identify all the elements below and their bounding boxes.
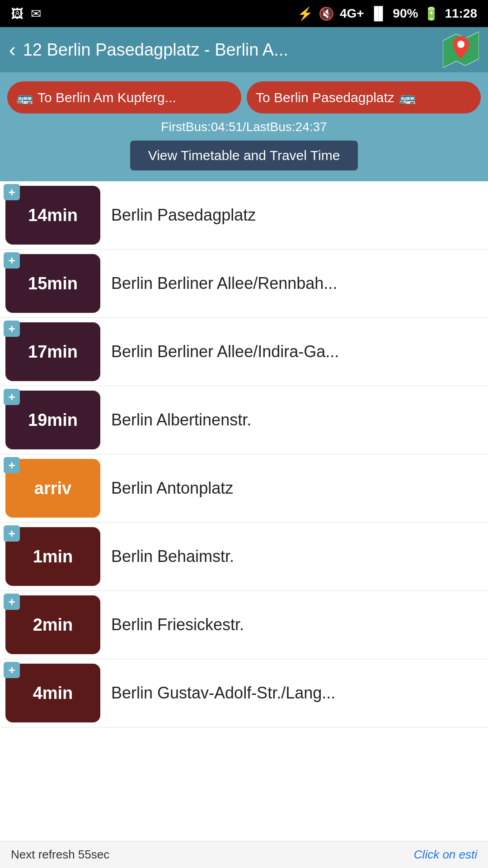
add-button[interactable]: + <box>4 662 20 678</box>
status-bar: 🖼 ✉ ⚡ 🔇 4G+ ▐▌ 90% 🔋 11:28 <box>0 0 488 27</box>
list-item[interactable]: + 2min Berlin Friesickestr. <box>0 591 488 659</box>
photo-icon: 🖼 <box>11 6 23 21</box>
battery-pct: 90% <box>393 6 418 21</box>
battery-icon: 🔋 <box>423 6 439 21</box>
stop-name: Berlin Gustav-Adolf-Str./Lang... <box>111 684 488 703</box>
sub-header: 🚌 To Berlin Am Kupferg... To Berlin Pase… <box>0 72 488 181</box>
list-item[interactable]: + arriv Berlin Antonplatz <box>0 454 488 523</box>
direction-btn-1[interactable]: 🚌 To Berlin Am Kupferg... <box>7 81 241 113</box>
status-bar-right: ⚡ 🔇 4G+ ▐▌ 90% 🔋 11:28 <box>297 6 477 21</box>
click-label[interactable]: Click on esti <box>414 848 477 862</box>
list-item[interactable]: + 17min Berlin Berliner Allee/Indira-Ga.… <box>0 318 488 386</box>
direction-btn-2[interactable]: To Berlin Pasedagplatz 🚌 <box>247 81 481 113</box>
time-badge-wrap: + 4min <box>5 664 100 722</box>
clock: 11:28 <box>445 6 477 21</box>
direction-label-2: To Berlin Pasedagplatz <box>256 90 394 105</box>
add-button[interactable]: + <box>4 252 20 269</box>
network-icon: 4G+ <box>340 6 364 21</box>
bus-icon-1: 🚌 <box>16 90 33 105</box>
time-badge-wrap: + arriv <box>5 459 100 518</box>
time-badge-wrap: + 1min <box>5 527 100 586</box>
add-button[interactable]: + <box>4 321 20 337</box>
signal-bars: ▐▌ <box>370 6 388 21</box>
add-button[interactable]: + <box>4 525 20 542</box>
add-button[interactable]: + <box>4 389 20 405</box>
list-item[interactable]: + 14min Berlin Pasedagplatz <box>0 181 488 250</box>
list-item[interactable]: + 4min Berlin Gustav-Adolf-Str./Lang... <box>0 659 488 727</box>
stop-name: Berlin Berliner Allee/Indira-Ga... <box>111 342 488 361</box>
add-button[interactable]: + <box>4 457 20 473</box>
status-bar-left: 🖼 ✉ <box>11 6 41 21</box>
time-badge-wrap: + 15min <box>5 254 100 313</box>
mail-icon: ✉ <box>31 6 41 21</box>
time-badge-wrap: + 14min <box>5 186 100 245</box>
time-badge-wrap: + 19min <box>5 391 100 449</box>
stop-name: Berlin Friesickestr. <box>111 615 488 634</box>
list-item[interactable]: + 19min Berlin Albertinenstr. <box>0 386 488 454</box>
back-button[interactable]: ‹ <box>9 40 16 60</box>
time-badge-wrap: + 2min <box>5 595 100 654</box>
direction-label-1: To Berlin Am Kupferg... <box>38 90 176 105</box>
bus-icon-2: 🚌 <box>399 90 416 105</box>
page-title: 12 Berlin Pasedagplatz - Berlin A... <box>23 40 436 60</box>
stop-name: Berlin Albertinenstr. <box>111 410 488 429</box>
stop-name: Berlin Behaimstr. <box>111 547 488 566</box>
svg-point-3 <box>457 41 465 48</box>
map-icon[interactable] <box>443 32 479 68</box>
stop-name: Berlin Antonplatz <box>111 479 488 498</box>
bottom-bar: Next refresh 55sec Click on esti <box>0 841 488 868</box>
timetable-info: FirstBus:04:51/LastBus:24:37 <box>161 120 327 134</box>
time-badge-wrap: + 17min <box>5 322 100 381</box>
header: ‹ 12 Berlin Pasedagplatz - Berlin A... <box>0 27 488 72</box>
refresh-label: Next refresh 55sec <box>11 848 109 862</box>
add-button[interactable]: + <box>4 184 20 200</box>
stop-name: Berlin Berliner Allee/Rennbah... <box>111 274 488 293</box>
bluetooth-icon: ⚡ <box>297 6 313 21</box>
direction-buttons: 🚌 To Berlin Am Kupferg... To Berlin Pase… <box>7 81 481 113</box>
mute-icon: 🔇 <box>319 6 334 21</box>
add-button[interactable]: + <box>4 594 20 610</box>
timetable-button[interactable]: View Timetable and Travel Time <box>130 141 358 170</box>
stop-list: + 14min Berlin Pasedagplatz + 15min Berl… <box>0 181 488 727</box>
list-item[interactable]: + 15min Berlin Berliner Allee/Rennbah... <box>0 250 488 318</box>
list-item[interactable]: + 1min Berlin Behaimstr. <box>0 523 488 591</box>
stop-name: Berlin Pasedagplatz <box>111 206 488 225</box>
